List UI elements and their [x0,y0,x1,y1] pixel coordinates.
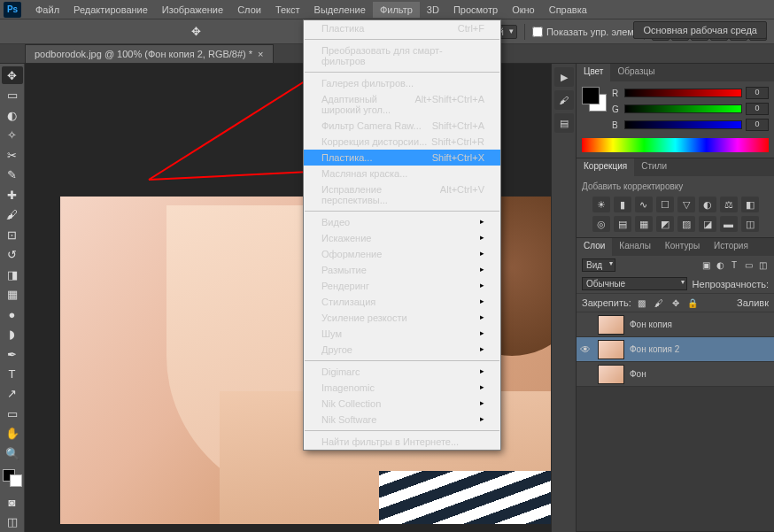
wand-tool[interactable]: ✧ [2,126,23,143]
menu-справка[interactable]: Справка [542,2,594,18]
filter-smart-icon[interactable]: ◫ [756,259,769,272]
menu-item[interactable]: Imagenomic [304,380,500,396]
hue-icon[interactable]: ◐ [699,197,716,212]
menu-item[interactable]: Адаптивный широкий угол...Alt+Shift+Ctrl… [304,91,500,118]
close-tab-icon[interactable]: × [258,49,263,59]
screenmode-tool[interactable]: ◫ [2,513,23,531]
menu-редактирование[interactable]: Редактирование [66,2,155,18]
tab-adjustments[interactable]: Коррекция [577,158,634,176]
menu-фильтр[interactable]: Фильтр [373,2,420,18]
menu-item[interactable]: Шум [304,326,500,342]
zoom-tool[interactable]: 🔍 [2,444,23,462]
eraser-tool[interactable]: ◨ [2,266,23,283]
brush-presets-icon[interactable]: 🖌 [554,90,574,110]
spectrum-bar[interactable] [582,138,769,152]
menu-item[interactable]: Стилизация [304,294,500,310]
crop-tool[interactable]: ✂ [2,146,23,164]
lock-pixels-icon[interactable]: 🖌 [653,297,665,309]
g-slider[interactable] [624,104,742,113]
lock-position-icon[interactable]: ✥ [670,297,682,309]
color-swatch[interactable] [582,87,607,112]
menu-просмотр[interactable]: Просмотр [446,2,505,18]
menu-item[interactable]: Digimarc [304,364,500,380]
lasso-tool[interactable]: ◐ [2,106,23,124]
menu-item[interactable]: Фильтр Camera Raw...Shift+Ctrl+A [304,118,500,134]
document-tab[interactable]: podborodok.jpg @ 100% (Фон копия 2, RGB/… [25,44,274,63]
layer-row[interactable]: Фон [577,362,774,387]
brightness-icon[interactable]: ☀ [592,197,610,212]
menu-item[interactable]: Галерея фильтров... [304,75,500,91]
posterize-icon[interactable]: ▨ [677,216,695,232]
show-controls-checkbox[interactable]: Показать упр. элем. [532,27,637,37]
photo-filter-icon[interactable]: ◎ [592,216,610,232]
tab-channels[interactable]: Каналы [612,238,658,256]
layer-row[interactable]: 👁Фон копия 2 [577,337,774,362]
settings-icon[interactable]: ▤ [554,113,574,133]
vibrance-icon[interactable]: ▽ [677,197,695,212]
hand-tool[interactable]: ✋ [2,425,23,443]
menu-item[interactable]: Видео [304,214,500,230]
tab-styles[interactable]: Стили [634,158,674,176]
type-tool[interactable]: T [2,365,23,382]
curves-icon[interactable]: ∿ [635,197,653,212]
gradient-tool[interactable]: ▦ [2,285,23,303]
tab-swatches[interactable]: Образцы [610,64,662,81]
threshold-icon[interactable]: ◪ [699,216,716,232]
layer-row[interactable]: Фон копия [577,312,774,337]
path-tool[interactable]: ↗ [2,385,23,403]
menu-item[interactable]: Коррекция дисторсии...Shift+Ctrl+R [304,134,500,150]
mixer-icon[interactable]: ▤ [614,216,631,232]
filter-image-icon[interactable]: ▣ [700,259,712,272]
blur-tool[interactable]: ● [2,305,23,323]
filter-type-icon[interactable]: T [728,259,740,272]
selective-icon[interactable]: ◫ [741,216,759,232]
history-brush-tool[interactable]: ↺ [2,245,23,263]
layer-thumbnail[interactable] [598,365,624,384]
menu-item[interactable]: Рендеринг [304,278,500,294]
menu-item[interactable]: Исправление перспективы...Alt+Ctrl+V [304,181,500,208]
menu-файл[interactable]: Файл [28,2,66,18]
b-slider[interactable] [624,120,742,129]
brush-tool[interactable]: 🖌 [2,205,23,223]
invert-icon[interactable]: ◩ [656,216,674,232]
filter-adjust-icon[interactable]: ◐ [714,259,726,272]
r-value[interactable]: 0 [746,87,769,99]
menu-item[interactable]: Преобразовать для смарт-фильтров [304,42,500,69]
tab-layers[interactable]: Слои [577,238,612,256]
menu-item[interactable]: Другое [304,342,500,358]
lookup-icon[interactable]: ▦ [635,216,653,232]
workspace-switcher[interactable]: Основная рабочая среда [633,21,767,39]
bw-icon[interactable]: ◧ [741,197,759,212]
menu-item[interactable]: Оформление [304,246,500,262]
heal-tool[interactable]: ✚ [2,186,23,204]
menu-item[interactable]: Размытие [304,262,500,278]
lock-all-icon[interactable]: 🔒 [686,297,699,309]
menu-item[interactable]: ПластикаCtrl+F [304,20,500,36]
background-color[interactable] [10,474,22,487]
menu-item[interactable]: Пластика...Shift+Ctrl+X [304,150,500,166]
quickmask-tool[interactable]: ◙ [2,493,23,511]
marquee-tool[interactable]: ▭ [2,86,23,104]
eyedropper-tool[interactable]: ✎ [2,166,23,183]
menu-3d[interactable]: 3D [420,2,446,18]
visibility-icon[interactable]: 👁 [580,343,592,356]
exposure-icon[interactable]: ☐ [656,197,674,212]
b-value[interactable]: 0 [746,119,769,131]
menu-item[interactable]: Nik Software [304,412,500,428]
filter-shape-icon[interactable]: ▭ [742,259,755,272]
blend-mode-select[interactable]: Обычные [582,277,687,290]
menu-изображение[interactable]: Изображение [155,2,230,18]
tab-color[interactable]: Цвет [577,64,610,81]
menu-текст[interactable]: Текст [268,2,307,18]
r-slider[interactable] [624,89,742,97]
layer-filter-select[interactable]: Вид [582,258,615,272]
menu-слои[interactable]: Слои [230,2,268,18]
gradmap-icon[interactable]: ▬ [720,216,738,232]
menu-item[interactable]: Искажение [304,230,500,246]
levels-icon[interactable]: ▮ [614,197,631,212]
lock-transparent-icon[interactable]: ▩ [636,297,648,309]
stamp-tool[interactable]: ⊡ [2,226,23,243]
menu-item[interactable]: Масляная краска... [304,166,500,181]
shape-tool[interactable]: ▭ [2,405,23,422]
menu-выделение[interactable]: Выделение [307,2,373,18]
